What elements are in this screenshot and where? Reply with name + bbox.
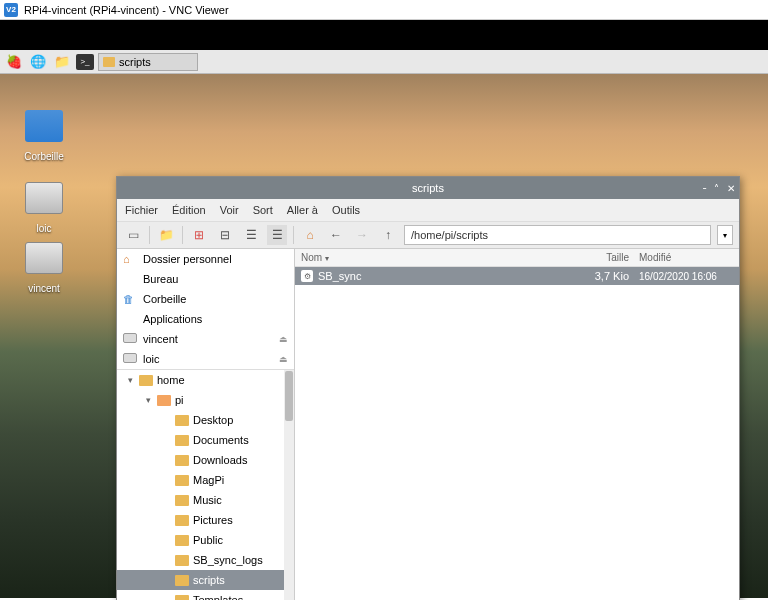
separator <box>149 226 150 244</box>
place-loic[interactable]: loic⏏ <box>117 349 294 369</box>
place-label: vincent <box>143 333 178 345</box>
folder-icon <box>175 595 189 601</box>
tree-item-public[interactable]: Public <box>117 530 294 550</box>
file-row[interactable]: ⚙SB_sync3,7 Kio16/02/2020 16:06 <box>295 267 739 285</box>
tree-item-home[interactable]: ▾home <box>117 370 294 390</box>
view-list-icon[interactable]: ☰ <box>241 225 261 245</box>
tree-item-documents[interactable]: Documents <box>117 430 294 450</box>
col-size[interactable]: Taille <box>569 252 629 263</box>
eject-icon[interactable]: ⏏ <box>279 354 288 364</box>
window-titlebar[interactable]: scripts ╶ ˄ ✕ <box>117 177 739 199</box>
view-detail-icon[interactable]: ☰ <box>267 225 287 245</box>
tree-label: Music <box>193 494 222 506</box>
browser-icon[interactable]: 🌐 <box>28 53 48 71</box>
place-desktop[interactable]: Bureau <box>117 269 294 289</box>
folder-icon <box>175 455 189 466</box>
view-icons-icon[interactable]: ⊞ <box>189 225 209 245</box>
view-compact-icon[interactable]: ⊟ <box>215 225 235 245</box>
menu-voir[interactable]: Voir <box>220 204 239 216</box>
home-icon[interactable]: ⌂ <box>300 225 320 245</box>
menu-sort[interactable]: Sort <box>253 204 273 216</box>
menu-fichier[interactable]: Fichier <box>125 204 158 216</box>
place-vincent[interactable]: vincent⏏ <box>117 329 294 349</box>
window-title: scripts <box>412 182 444 194</box>
desktop-icon-loic[interactable]: loic <box>14 182 74 236</box>
col-modified[interactable]: Modifié <box>629 252 739 263</box>
tree-item-downloads[interactable]: Downloads <box>117 450 294 470</box>
tree-item-music[interactable]: Music <box>117 490 294 510</box>
file-listing[interactable]: Nom ▾ Taille Modifié ⚙SB_sync3,7 Kio16/0… <box>295 249 739 600</box>
tree-item-magpi[interactable]: MagPi <box>117 470 294 490</box>
tree-label: Public <box>193 534 223 546</box>
folder-icon <box>175 535 189 546</box>
vnc-titlebar: V2 RPi4-vincent (RPi4-vincent) - VNC Vie… <box>0 0 768 20</box>
back-icon[interactable]: ← <box>326 225 346 245</box>
place-apps[interactable]: Applications <box>117 309 294 329</box>
tree-label: pi <box>175 394 184 406</box>
toolbar: ▭ 📁 ⊞ ⊟ ☰ ☰ ⌂ ← → ↑ /home/pi/scripts ▾ <box>117 221 739 249</box>
gear-icon: ⚙ <box>301 270 313 282</box>
filemanager-window: scripts ╶ ˄ ✕ FichierÉditionVoirSortAlle… <box>116 176 740 600</box>
black-strip <box>0 20 768 50</box>
expand-icon[interactable]: ▾ <box>125 375 135 385</box>
vnc-icon: V2 <box>4 3 18 17</box>
vnc-title: RPi4-vincent (RPi4-vincent) - VNC Viewer <box>24 4 229 16</box>
column-headers[interactable]: Nom ▾ Taille Modifié <box>295 249 739 267</box>
expand-icon[interactable]: ▾ <box>143 395 153 405</box>
place-home[interactable]: ⌂Dossier personnel <box>117 249 294 269</box>
tree-item-scripts[interactable]: scripts <box>117 570 294 590</box>
tree-item-templates[interactable]: Templates <box>117 590 294 600</box>
minimize-button[interactable]: ╶ <box>700 183 706 194</box>
place-label: Dossier personnel <box>143 253 232 265</box>
up-icon[interactable]: ↑ <box>378 225 398 245</box>
terminal-icon[interactable]: >_ <box>76 54 94 70</box>
desktop-icon-vincent[interactable]: vincent <box>14 242 74 296</box>
close-button[interactable]: ✕ <box>727 183 735 194</box>
menu-outils[interactable]: Outils <box>332 204 360 216</box>
menu-édition[interactable]: Édition <box>172 204 206 216</box>
tree-item-desktop[interactable]: Desktop <box>117 410 294 430</box>
maximize-button[interactable]: ˄ <box>714 183 719 194</box>
new-folder-icon[interactable]: 📁 <box>156 225 176 245</box>
tree-label: Templates <box>193 594 243 600</box>
task-label: scripts <box>119 56 151 68</box>
filemanager-icon[interactable]: 📁 <box>52 53 72 71</box>
path-dropdown-icon[interactable]: ▾ <box>717 225 733 245</box>
taskbar-task-scripts[interactable]: scripts <box>98 53 198 71</box>
drive-icon <box>25 242 63 274</box>
place-label: Corbeille <box>143 293 186 305</box>
trash-icon <box>25 110 63 142</box>
col-name[interactable]: Nom ▾ <box>295 252 569 263</box>
folder-icon <box>175 415 189 426</box>
path-input[interactable]: /home/pi/scripts <box>404 225 711 245</box>
folder-icon <box>123 313 137 325</box>
taskbar: 🍓 🌐 📁 >_ scripts <box>0 50 768 74</box>
tree-label: Pictures <box>193 514 233 526</box>
tree-label: Downloads <box>193 454 247 466</box>
place-label: loic <box>143 353 160 365</box>
new-tab-icon[interactable]: ▭ <box>123 225 143 245</box>
tree-item-pictures[interactable]: Pictures <box>117 510 294 530</box>
drive-icon <box>123 333 137 345</box>
folder-icon <box>175 515 189 526</box>
menu-aller à[interactable]: Aller à <box>287 204 318 216</box>
file-modified: 16/02/2020 16:06 <box>629 271 739 282</box>
folder-icon <box>157 395 171 406</box>
forward-icon[interactable]: → <box>352 225 372 245</box>
desktop[interactable]: 🍓 🌐 📁 >_ scripts Corbeilleloicvincent sc… <box>0 50 768 598</box>
tree-scrollbar[interactable] <box>284 370 294 600</box>
tree-item-sb_sync_logs[interactable]: SB_sync_logs <box>117 550 294 570</box>
folder-icon <box>103 57 115 67</box>
tree-label: Documents <box>193 434 249 446</box>
drive-icon <box>25 182 63 214</box>
folder-tree: ▾home▾piDesktopDocumentsDownloadsMagPiMu… <box>117 369 294 600</box>
desktop-icon-corbeille[interactable]: Corbeille <box>14 110 74 164</box>
sidebar: ⌂Dossier personnelBureau🗑CorbeilleApplic… <box>117 249 295 600</box>
separator <box>182 226 183 244</box>
place-trash[interactable]: 🗑Corbeille <box>117 289 294 309</box>
tree-item-pi[interactable]: ▾pi <box>117 390 294 410</box>
eject-icon[interactable]: ⏏ <box>279 334 288 344</box>
folder-icon <box>175 435 189 446</box>
drive-icon <box>123 353 137 365</box>
raspberry-menu-icon[interactable]: 🍓 <box>4 53 24 71</box>
